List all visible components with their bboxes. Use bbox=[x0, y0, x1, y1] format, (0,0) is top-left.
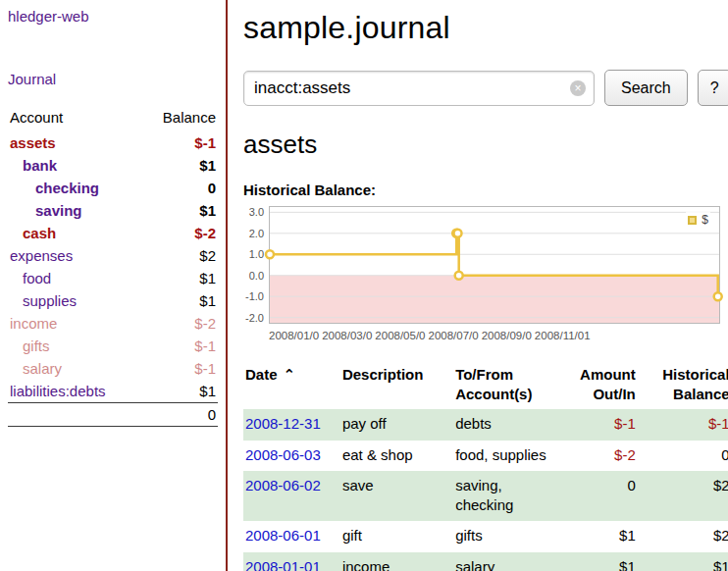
sidebar-account-liabilities-debts[interactable]: liabilities:debts bbox=[10, 383, 106, 399]
accounts-header-balance: Balance bbox=[153, 105, 218, 131]
account-row: saving$1 bbox=[8, 199, 218, 222]
transaction-description: save bbox=[340, 471, 453, 521]
sidebar-account-gifts[interactable]: gifts bbox=[23, 337, 50, 354]
transaction-description: pay off bbox=[340, 409, 453, 441]
negative-region bbox=[270, 276, 719, 323]
account-row: food$1 bbox=[8, 267, 218, 289]
search-bar: × Search ? bbox=[243, 70, 728, 106]
sidebar-account-income[interactable]: income bbox=[10, 315, 57, 332]
transaction-amount: $-1 bbox=[557, 409, 638, 441]
sidebar-account-assets[interactable]: assets bbox=[10, 134, 56, 151]
register-row: 2008-06-03eat & shopfood, supplies$-20 bbox=[243, 441, 728, 472]
register-row: 2008-01-01incomesalary$1$1 bbox=[243, 552, 728, 571]
sidebar-account-cash[interactable]: cash bbox=[23, 225, 56, 241]
register-table-body: 2008-12-31pay offdebts$-1$-12008-06-03ea… bbox=[243, 409, 728, 571]
account-balance: $-1 bbox=[153, 335, 218, 357]
transaction-amount: $1 bbox=[557, 521, 638, 552]
account-row: expenses$2 bbox=[8, 244, 218, 267]
y-tick-label: -1.0 bbox=[245, 290, 264, 302]
accounts-header-row: Account Balance bbox=[8, 105, 218, 131]
transaction-accounts: food, supplies bbox=[453, 441, 557, 472]
clear-search-icon[interactable]: × bbox=[570, 80, 586, 96]
account-balance: $1 bbox=[153, 267, 218, 289]
transaction-date-link[interactable]: 2008-12-31 bbox=[245, 415, 321, 432]
sidebar-account-bank[interactable]: bank bbox=[23, 157, 57, 174]
account-balance: $-2 bbox=[153, 222, 218, 244]
chart-plot-area: $ bbox=[269, 206, 720, 324]
register-col-label: Description bbox=[342, 366, 424, 383]
register-col-amount-out-in: Amount Out/In bbox=[557, 363, 638, 409]
search-input-wrap: × bbox=[243, 71, 595, 106]
accounts-total-value: 0 bbox=[153, 403, 218, 427]
transaction-date-link[interactable]: 2008-06-03 bbox=[245, 446, 321, 463]
data-point-marker bbox=[714, 292, 722, 300]
accounts-total-spacer bbox=[8, 403, 153, 427]
transaction-date-link[interactable]: 2008-06-01 bbox=[245, 527, 321, 544]
register-row: 2008-06-02savesaving, checking0$2 bbox=[243, 471, 728, 521]
account-balance: $2 bbox=[153, 244, 218, 267]
register-row: 2008-06-01giftgifts$1$2 bbox=[243, 521, 728, 552]
search-input[interactable] bbox=[243, 71, 595, 106]
account-row: income$-2 bbox=[8, 312, 218, 335]
x-tick-label: 2008/07/0 bbox=[429, 330, 479, 341]
transaction-description: income bbox=[340, 552, 453, 571]
main-content: sample.journal × Search ? assets Histori… bbox=[228, 0, 728, 571]
transaction-date-link[interactable]: 2008-01-01 bbox=[245, 558, 321, 571]
register-col-label: Amount Out/In bbox=[580, 366, 636, 402]
account-balance: $1 bbox=[153, 380, 218, 403]
x-tick-label: 2008/01/0 bbox=[269, 330, 319, 341]
register-col-description: Description bbox=[340, 363, 453, 409]
sidebar-account-food[interactable]: food bbox=[23, 270, 51, 286]
data-point-marker bbox=[454, 230, 462, 237]
transaction-balance: $2 bbox=[638, 471, 728, 521]
account-row: supplies$1 bbox=[8, 289, 218, 312]
y-tick-label: -2.0 bbox=[245, 312, 264, 324]
balance-chart: 3.02.01.00.0-1.0-2.0 $ bbox=[243, 206, 728, 324]
transaction-balance: $1 bbox=[638, 552, 728, 571]
sidebar-item-journal[interactable]: Journal bbox=[8, 71, 56, 87]
x-tick-label: 2008/05/0 bbox=[375, 330, 425, 341]
register-col-label: Date bbox=[245, 366, 278, 383]
sidebar-account-saving[interactable]: saving bbox=[35, 202, 82, 219]
sidebar-account-salary[interactable]: salary bbox=[23, 360, 62, 377]
legend-label: $ bbox=[702, 213, 708, 227]
sidebar-account-expenses[interactable]: expenses bbox=[10, 247, 73, 264]
data-point-marker bbox=[455, 272, 463, 280]
search-button[interactable]: Search bbox=[604, 70, 688, 106]
x-tick-label: 2008/03/0 bbox=[322, 330, 372, 341]
register-col-date[interactable]: Date⌃ bbox=[243, 363, 340, 409]
register-header-row: Date⌃DescriptionTo/From Account(s)Amount… bbox=[243, 363, 728, 409]
page-title: sample.journal bbox=[243, 10, 728, 46]
transaction-date-link[interactable]: 2008-06-02 bbox=[245, 477, 321, 493]
sidebar: hledger-web Journal Account Balance asse… bbox=[0, 0, 228, 571]
sidebar-account-supplies[interactable]: supplies bbox=[23, 292, 77, 309]
y-tick-label: 2.0 bbox=[249, 228, 264, 239]
account-row: liabilities:debts$1 bbox=[8, 380, 218, 403]
accounts-header-account: Account bbox=[8, 105, 153, 131]
account-row: salary$-1 bbox=[8, 357, 218, 380]
transaction-balance: $2 bbox=[638, 521, 728, 552]
transaction-accounts: debts bbox=[453, 409, 557, 441]
help-button[interactable]: ? bbox=[698, 70, 728, 106]
y-tick-label: 0.0 bbox=[249, 270, 264, 282]
x-tick-label: 2008/11/01 bbox=[535, 330, 591, 341]
y-tick-label: 1.0 bbox=[249, 248, 264, 260]
transaction-amount: 0 bbox=[557, 471, 638, 521]
chart-legend: $ bbox=[686, 212, 710, 228]
account-row: cash$-2 bbox=[8, 222, 218, 244]
accounts-total-row: 0 bbox=[8, 403, 218, 427]
transaction-balance: 0 bbox=[638, 441, 728, 472]
account-row: gifts$-1 bbox=[8, 335, 218, 357]
app-window: hledger-web Journal Account Balance asse… bbox=[0, 0, 728, 571]
transaction-description: gift bbox=[340, 521, 453, 552]
sidebar-account-checking[interactable]: checking bbox=[35, 180, 99, 196]
x-tick-label: 2008/09/0 bbox=[482, 330, 532, 341]
data-point-marker bbox=[266, 250, 274, 258]
account-balance: $1 bbox=[153, 289, 218, 312]
register-col-to-from-account-s-: To/From Account(s) bbox=[453, 363, 557, 409]
account-title: assets bbox=[243, 130, 728, 160]
register-col-label: To/From Account(s) bbox=[455, 366, 532, 402]
account-balance: $-1 bbox=[153, 357, 218, 380]
account-balance: 0 bbox=[153, 177, 218, 199]
app-brand-link[interactable]: hledger-web bbox=[8, 8, 89, 25]
